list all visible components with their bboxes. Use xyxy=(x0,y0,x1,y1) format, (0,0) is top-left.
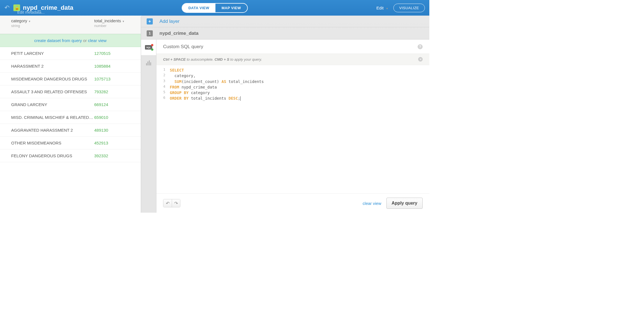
cell-total-incidents: 1085884 xyxy=(94,64,110,68)
side-tabs: SQL xyxy=(141,40,156,213)
cell-category: OTHER MISDEMEANORS xyxy=(11,141,94,145)
sql-icon: SQL xyxy=(145,45,152,50)
chevron-down-icon: ▼ xyxy=(386,7,388,10)
cell-total-incidents: 489130 xyxy=(94,128,108,132)
edit-dropdown[interactable]: Edit ▼ xyxy=(376,6,388,10)
editor-header: Custom SQL query ? xyxy=(156,40,429,54)
cell-total-incidents: 392332 xyxy=(94,153,108,158)
cell-category: FELONY DANGEROUS DRUGS xyxy=(11,153,94,158)
bar-chart-icon xyxy=(146,60,151,65)
add-layer-button[interactable]: + xyxy=(147,18,153,24)
redo-button[interactable]: ↷ xyxy=(172,199,180,207)
cell-total-incidents: 452913 xyxy=(94,141,108,145)
cell-total-incidents: 1075713 xyxy=(94,77,110,81)
table-row[interactable]: FELONY DANGEROUS DRUGS392332 xyxy=(0,149,141,162)
topbar-right: Edit ▼ VISUALIZE xyxy=(376,4,425,12)
banner-or: or xyxy=(83,38,88,43)
layer-name: nypd_crime_data xyxy=(159,31,198,36)
edit-metadata-link[interactable]: Edit metadata... xyxy=(17,10,45,14)
data-table-panel: category▼ string total_incidents▼ number… xyxy=(0,16,141,213)
table-row[interactable]: PETIT LARCENY1270515 xyxy=(0,47,141,60)
cell-category: MISD. CRIMINAL MISCHIEF & RELATED OFFE..… xyxy=(11,115,94,120)
cell-total-incidents: 669124 xyxy=(94,102,108,107)
chevron-down-icon: ▼ xyxy=(28,20,31,23)
view-toggle: DATA VIEW MAP VIEW xyxy=(182,3,248,13)
cell-category: GRAND LARCENY xyxy=(11,102,94,107)
editor-footer: ↶ ↷ clear view Apply query xyxy=(156,193,429,213)
back-arrow-icon[interactable]: ↶ xyxy=(4,4,9,11)
chevron-down-icon: ▼ xyxy=(122,20,125,23)
clear-view-link-banner[interactable]: clear view xyxy=(88,38,106,43)
table-row[interactable]: AGGRAVATED HARASSMENT 2489130 xyxy=(0,124,141,137)
close-hint-icon[interactable]: ✕ xyxy=(418,57,423,62)
cell-category: MISDEMEANOR DANGEROUS DRUGS xyxy=(11,77,94,81)
cell-category: ASSAULT 3 AND RELATED OFFENSES xyxy=(11,89,94,94)
editor-area: SQL Custom SQL query ? Ctrl + SPACE to a… xyxy=(141,40,429,213)
table-row[interactable]: GRAND LARCENY669124 xyxy=(0,98,141,111)
table-header: category▼ string total_incidents▼ number xyxy=(0,16,141,34)
layer-number-badge: 1 xyxy=(147,30,153,36)
clear-view-link[interactable]: clear view xyxy=(363,201,381,206)
cell-total-incidents: 793282 xyxy=(94,89,108,94)
cell-total-incidents: 1270515 xyxy=(94,51,110,56)
editor-title: Custom SQL query xyxy=(163,44,203,50)
cell-category: PETIT LARCENY xyxy=(11,51,94,56)
visualize-button[interactable]: VISUALIZE xyxy=(393,4,425,12)
layer-header: + Add layer xyxy=(141,16,429,27)
add-layer-label[interactable]: Add layer xyxy=(159,19,180,24)
data-view-tab[interactable]: DATA VIEW xyxy=(182,4,216,12)
undo-redo-group: ↶ ↷ xyxy=(163,199,180,207)
sql-panel: + Add layer 1 nypd_crime_data SQL Custom… xyxy=(141,16,429,213)
chart-tab[interactable] xyxy=(141,55,156,71)
table-row[interactable]: OTHER MISDEMEANORS452913 xyxy=(0,137,141,149)
cell-category: AGGRAVATED HARASSMENT 2 xyxy=(11,128,94,132)
query-result-banner: create dataset from query or clear view xyxy=(0,34,141,47)
cell-category: HARASSMENT 2 xyxy=(11,64,94,68)
editor-main: Custom SQL query ? Ctrl + SPACE to autoc… xyxy=(156,40,429,213)
layer-row[interactable]: 1 nypd_crime_data xyxy=(141,27,429,40)
status-dot-red xyxy=(151,44,153,46)
help-icon[interactable]: ? xyxy=(418,44,423,49)
column-header-category[interactable]: category▼ string xyxy=(11,16,94,34)
sql-code-editor[interactable]: 1SELECT2 category,3 SUM(incident_count) … xyxy=(156,65,429,101)
data-rows: PETIT LARCENY1270515HARASSMENT 21085884M… xyxy=(0,47,141,162)
hint-bar: Ctrl + SPACE to autocomplete. CMD + S to… xyxy=(156,54,429,65)
top-header: ↶ 🔓 nypd_crime_data Edit metadata... DAT… xyxy=(0,0,429,16)
cell-total-incidents: 659010 xyxy=(94,115,108,120)
create-dataset-link[interactable]: create dataset from query xyxy=(34,38,82,43)
table-row[interactable]: ASSAULT 3 AND RELATED OFFENSES793282 xyxy=(0,85,141,98)
status-dot-green xyxy=(151,48,153,51)
apply-query-button[interactable]: Apply query xyxy=(386,198,423,209)
table-row[interactable]: MISD. CRIMINAL MISCHIEF & RELATED OFFE..… xyxy=(0,111,141,124)
map-view-tab[interactable]: MAP VIEW xyxy=(216,4,247,12)
undo-button[interactable]: ↶ xyxy=(163,199,172,207)
sql-tab[interactable]: SQL xyxy=(141,40,156,55)
table-row[interactable]: HARASSMENT 21085884 xyxy=(0,60,141,73)
table-row[interactable]: MISDEMEANOR DANGEROUS DRUGS1075713 xyxy=(0,73,141,85)
